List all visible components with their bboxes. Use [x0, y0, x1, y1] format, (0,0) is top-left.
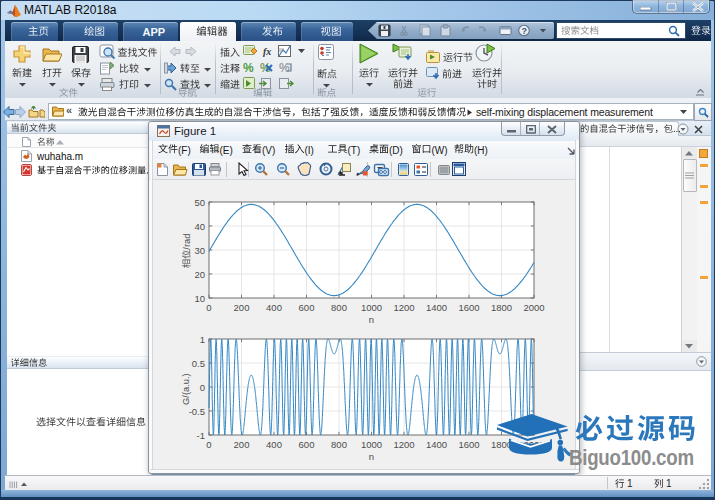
svg-text:?: ?: [521, 26, 527, 36]
svg-text:600: 600: [299, 439, 315, 450]
svg-text:0: 0: [206, 439, 211, 450]
svg-text:1600: 1600: [458, 302, 479, 313]
svg-text:40: 40: [194, 221, 205, 232]
svg-text:400: 400: [266, 302, 282, 313]
svg-text:1: 1: [200, 334, 205, 345]
svg-text:1000: 1000: [361, 302, 382, 313]
svg-text:800: 800: [331, 439, 347, 450]
svg-text:30: 30: [194, 245, 205, 256]
svg-text:10: 10: [194, 293, 205, 304]
svg-text:20: 20: [194, 269, 205, 280]
svg-text:1400: 1400: [426, 302, 447, 313]
svg-text:1000: 1000: [361, 439, 382, 450]
svg-text:1200: 1200: [393, 302, 414, 313]
svg-text:n: n: [369, 451, 374, 462]
svg-text:1400: 1400: [426, 439, 447, 450]
svg-text:-1: -1: [197, 430, 205, 441]
svg-text:800: 800: [331, 302, 347, 313]
svg-text:1200: 1200: [393, 439, 414, 450]
svg-text:0.5: 0.5: [192, 358, 205, 369]
svg-text:400: 400: [266, 439, 282, 450]
svg-text:200: 200: [234, 302, 250, 313]
svg-text:50: 50: [194, 197, 205, 208]
svg-text:200: 200: [234, 439, 250, 450]
svg-text:0: 0: [206, 302, 211, 313]
svg-text:%: %: [279, 61, 290, 74]
svg-text:%: %: [243, 61, 254, 74]
svg-text:2000: 2000: [523, 302, 544, 313]
svg-text:1600: 1600: [458, 439, 479, 450]
svg-text:0: 0: [200, 382, 205, 393]
svg-text:-0.5: -0.5: [189, 406, 205, 417]
svg-text:1800: 1800: [491, 302, 512, 313]
svg-text:n: n: [369, 314, 374, 325]
svg-text:600: 600: [299, 302, 315, 313]
svg-text:fx: fx: [263, 46, 271, 57]
